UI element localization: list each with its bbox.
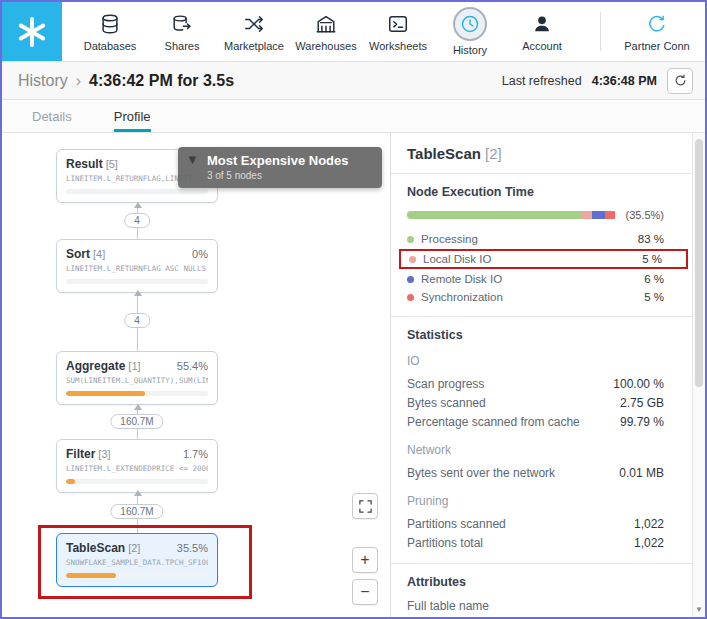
attributes-heading: Attributes — [407, 575, 664, 589]
node-name: Sort — [66, 247, 90, 261]
breadcrumb-separator: › — [76, 72, 81, 90]
node-id: [5] — [106, 158, 118, 170]
legend-row-local-disk-io: Local Disk IO 5 % — [399, 249, 688, 269]
legend-row-processing: Processing 83 % — [407, 231, 664, 247]
edge-row-count-badge: 160.7M — [110, 414, 163, 429]
main-content: Result [5] LINEITEM.L_RETURNFLAG,LINEIT.… — [2, 133, 705, 617]
segment-processing — [407, 211, 582, 219]
panel-scrollbar[interactable]: ▼ — [692, 133, 705, 617]
nav-label: Marketplace — [224, 40, 284, 52]
remote-disk-io-dot-icon — [407, 276, 414, 283]
scrollbar-thumb[interactable] — [695, 139, 703, 387]
nav-item-databases[interactable]: Databases — [74, 2, 146, 61]
tooltip-subtitle: 3 of 5 nodes — [207, 170, 349, 181]
nav-item-partner-connect[interactable]: Partner Conn — [609, 2, 705, 61]
zoom-out-button[interactable]: − — [352, 579, 378, 605]
nav-label: Shares — [165, 40, 200, 52]
divider — [391, 316, 692, 317]
nav-label: Partner Conn — [624, 40, 689, 52]
nav-item-worksheets[interactable]: Worksheets — [362, 2, 434, 61]
header-right: Last refreshed 4:36:48 PM — [502, 68, 693, 94]
legend-row-remote-disk-io: Remote Disk IO 6 % — [407, 271, 664, 287]
stat-row-pct-from-cache: Percentage scanned from cache99.79 % — [407, 412, 664, 431]
nav-label: Databases — [84, 40, 137, 52]
segment-remote-disk-io — [592, 211, 605, 219]
node-id: [4] — [93, 248, 105, 260]
node-detail: LINEITEM.L_RETURNFLAG ASC NULLS LA... — [66, 264, 208, 273]
node-name: Filter — [66, 447, 95, 461]
databases-icon — [97, 11, 123, 37]
nav-label: Account — [522, 40, 562, 52]
stat-row-partitions-total: Partitions total1,022 — [407, 533, 664, 552]
top-navigation: Databases Shares Marketplace Warehouses — [2, 2, 705, 62]
processing-dot-icon — [407, 236, 414, 243]
dag-node-tablescan-selected[interactable]: TableScan [2] 35.5% SNOWFLAKE_SAMPLE_DAT… — [56, 533, 218, 587]
node-percent: 55.4% — [177, 360, 208, 372]
synchronization-dot-icon — [407, 294, 414, 301]
stats-group-network: Network — [407, 443, 664, 457]
node-detail: SNOWFLAKE_SAMPLE_DATA.TPCH_SF100... — [66, 558, 208, 567]
last-refreshed-label: Last refreshed — [502, 74, 582, 88]
tab-bar: Details Profile — [2, 100, 705, 133]
node-percent: 35.5% — [177, 542, 208, 554]
zoom-in-button[interactable]: + — [352, 547, 378, 573]
panel-title: TableScan [2] — [407, 145, 664, 162]
refresh-button[interactable] — [667, 68, 693, 94]
node-percent: 0% — [192, 248, 208, 260]
nav-item-history[interactable]: History — [434, 2, 506, 61]
nav-item-shares[interactable]: Shares — [146, 2, 218, 61]
dag-node-filter[interactable]: Filter [3] 1.7% LINEITEM.L_EXTENDEDPRICE… — [56, 439, 218, 493]
tooltip-title: Most Expensive Nodes — [207, 153, 349, 168]
stats-group-pruning: Pruning — [407, 494, 664, 508]
nav-item-account[interactable]: Account — [506, 2, 578, 61]
node-details-content: TableScan [2] Node Execution Time — [391, 133, 692, 617]
full-table-name-label: Full table name — [407, 599, 664, 613]
node-name: Result — [66, 157, 103, 171]
snowflake-icon — [16, 16, 48, 48]
tab-profile[interactable]: Profile — [114, 100, 151, 132]
divider — [391, 563, 692, 564]
snowflake-logo[interactable] — [2, 2, 62, 61]
edge-row-count-badge: 160.7M — [110, 504, 163, 519]
node-detail: SUM(LINEITEM.L_QUANTITY),SUM(LINEIT... — [66, 376, 208, 385]
node-percent: 1.7% — [183, 448, 208, 460]
fit-screen-icon — [358, 499, 373, 514]
nav-separator — [600, 12, 601, 51]
refresh-icon — [673, 73, 688, 88]
tab-details[interactable]: Details — [32, 100, 72, 132]
node-progress-bar — [66, 573, 116, 578]
account-icon — [529, 11, 555, 37]
stat-row-partitions-scanned: Partitions scanned1,022 — [407, 514, 664, 533]
node-progress-bar — [66, 479, 75, 484]
query-profile-dag[interactable]: Result [5] LINEITEM.L_RETURNFLAG,LINEIT.… — [2, 133, 390, 617]
node-name: Aggregate — [66, 359, 125, 373]
stat-row-scan-progress: Scan progress100.00 % — [407, 374, 664, 393]
dag-node-aggregate[interactable]: Aggregate [1] 55.4% SUM(LINEITEM.L_QUANT… — [56, 351, 218, 405]
history-icon — [453, 7, 487, 41]
node-detail: LINEITEM.L_EXTENDEDPRICE <= 20000 — [66, 464, 208, 473]
warehouses-icon — [313, 11, 339, 37]
node-id: [1] — [128, 360, 140, 372]
nav-label: History — [453, 44, 487, 56]
zoom-fit-button[interactable] — [352, 493, 378, 519]
legend-row-synchronization: Synchronization 5 % — [407, 289, 664, 305]
nav-items: Databases Shares Marketplace Warehouses — [62, 2, 705, 61]
page-header: History › 4:36:42 PM for 3.5s Last refre… — [2, 62, 705, 100]
execution-time-heading: Node Execution Time — [407, 185, 664, 199]
shares-icon — [169, 11, 195, 37]
dag-node-sort[interactable]: Sort [4] 0% LINEITEM.L_RETURNFLAG ASC NU… — [56, 239, 218, 293]
nav-item-marketplace[interactable]: Marketplace — [218, 2, 290, 61]
stat-row-bytes-scanned: Bytes scanned2.75 GB — [407, 393, 664, 412]
segment-local-disk-io — [582, 211, 593, 219]
nav-item-warehouses[interactable]: Warehouses — [290, 2, 362, 61]
panel-title-id: [2] — [485, 145, 502, 162]
cursor-icon: ▼ — [186, 153, 199, 181]
scrollbar-down-arrow[interactable]: ▼ — [693, 602, 705, 617]
edge-row-count-badge: 4 — [124, 313, 150, 328]
node-details-panel: TableScan [2] Node Execution Time — [390, 133, 705, 617]
divider — [391, 173, 692, 174]
local-disk-io-dot-icon — [409, 256, 416, 263]
segment-synchronization — [605, 211, 616, 219]
execution-time-bar-row: (35.5%) — [407, 209, 664, 221]
breadcrumb-history[interactable]: History — [18, 72, 68, 90]
